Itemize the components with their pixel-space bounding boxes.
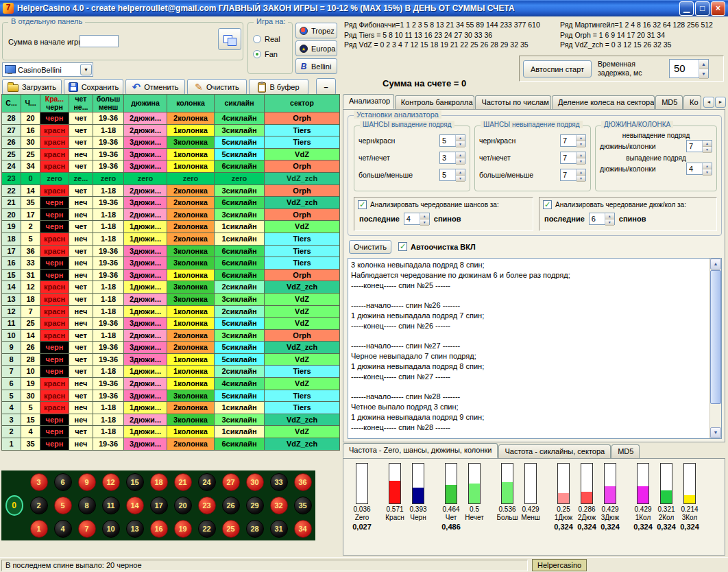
spin-down-icon[interactable]: ▼ [456,158,465,165]
tab-scroll-left-button[interactable]: ◄ [703,97,714,108]
spin-up-icon[interactable]: ▲ [699,60,708,69]
table-row[interactable]: 185красннеч1-181дюжи...2колонка1сиклайнT… [2,233,340,246]
board-number[interactable]: 1 [30,520,48,538]
start-sum-input[interactable] [80,35,119,47]
detach-panel-button[interactable] [218,28,241,50]
dozen-miss-spinner[interactable]: 7▲▼ [686,140,712,152]
spin-up-icon[interactable]: ▲ [577,152,585,158]
board-number[interactable]: 34 [294,520,312,538]
undo-button[interactable]: ↶Отменить [125,79,185,95]
table-row[interactable]: 135черннеч19-363дюжи...2колонка6сиклайнV… [2,438,340,451]
spin-down-icon[interactable]: ▼ [703,169,712,176]
table-row[interactable]: 2630краснчет19-363дюжи...3колонка5сиклай… [2,136,340,149]
table-row[interactable]: 1736краснчет19-363дюжи...3колонка6сиклай… [2,246,340,258]
hit-spinner-1[interactable]: 3▲▼ [439,152,465,164]
spin-up-icon[interactable]: ▲ [456,152,465,158]
spin-down-icon[interactable]: ▼ [577,141,585,147]
table-row[interactable]: 1412краснчет1-181дюжи...3колонка2сиклайн… [2,281,340,294]
board-number[interactable]: 19 [174,520,192,538]
close-button[interactable]: × [711,1,725,16]
spin-up-icon[interactable]: ▲ [605,213,614,219]
board-number[interactable]: 9 [78,473,96,491]
table-row[interactable]: 2214краснчет1-182дюжи...2колонка3сиклайн… [2,185,340,198]
board-number[interactable]: 22 [198,520,216,538]
spin-down-icon[interactable]: ▼ [420,219,429,226]
hit-spinner-0[interactable]: 5▲▼ [439,134,465,147]
miss-spinner-1[interactable]: 7▲▼ [560,152,586,164]
board-number[interactable]: 25 [222,520,240,538]
alt-chances-spinner[interactable]: 4▲▼ [404,213,430,225]
table-row[interactable]: 619красннеч19-362дюжи...1колонка4сиклайн… [2,378,340,390]
table-row[interactable]: 710чернчет1-181дюжи...1колонка2сиклайнTi… [2,366,340,378]
collapse-button[interactable]: – [316,78,336,95]
miss-spinner-2[interactable]: 7▲▼ [560,169,586,181]
board-number[interactable]: 30 [246,473,264,491]
table-row[interactable]: 24чернчет1-181дюжи...1колонка1сиклайнVdZ [2,426,340,438]
bellini-button[interactable]: BBellini [295,58,337,74]
board-number[interactable]: 10 [102,520,120,538]
board-number[interactable]: 23 [198,497,216,514]
board-number[interactable]: 17 [150,497,168,514]
table-row[interactable]: 530краснчет19-363дюжи...3колонка5сиклайн… [2,390,340,403]
table-row[interactable]: 230zeroze...zerozerozerozeroVdZ_zch [2,173,340,185]
table-row[interactable]: 1318краснчет1-182дюжи...3колонка3сиклайн… [2,294,340,306]
table-row[interactable]: 2525красннеч19-363дюжи...1колонка5сиклай… [2,149,340,161]
board-number[interactable]: 14 [126,497,144,514]
tab-freq-sectors[interactable]: Частота - сиклайны, сектора [498,444,611,458]
table-row[interactable]: 1531черннеч19-363дюжи...1колонка6сиклайн… [2,270,340,282]
maximize-button[interactable]: □ [695,1,709,16]
spin-down-icon[interactable]: ▼ [605,219,614,226]
board-number[interactable]: 16 [150,520,168,538]
board-number[interactable]: 27 [222,473,240,491]
autospin-start-button[interactable]: Автоспин старт [523,60,592,78]
table-row[interactable]: 2017черннеч1-182дюжи...2колонка3сиклайнO… [2,209,340,222]
autoclear-checkbox[interactable]: ✓ [398,242,407,251]
board-number[interactable]: 31 [270,520,288,538]
table-row[interactable]: 828чернчет19-363дюжи...1колонка5сиклайнV… [2,354,340,366]
board-number[interactable]: 20 [174,497,192,514]
radio-real[interactable]: Real [253,35,280,43]
alt-dozens-checkbox[interactable]: ✓ [543,200,552,209]
board-number[interactable]: 8 [78,497,96,514]
spin-up-icon[interactable]: ▲ [577,169,585,176]
scrollbar-thumb[interactable] [710,270,721,404]
spin-down-icon[interactable]: ▼ [577,176,585,182]
spin-down-icon[interactable]: ▼ [703,147,712,153]
tab-md5[interactable]: MD5 [655,95,683,109]
spin-up-icon[interactable]: ▲ [703,141,712,147]
clear-button[interactable]: ✎Очистить [187,79,247,95]
board-zero[interactable]: 0 [5,495,23,516]
table-row[interactable]: 127красннеч1-181дюжи...1колонка2сиклайнV… [2,306,340,318]
table-row[interactable]: 192чернчет1-181дюжи...2колонка1сиклайнVd… [2,221,340,233]
scroll-up-icon[interactable]: ▲ [710,259,721,270]
tab-scroll-right-button[interactable]: ► [715,97,726,108]
analyzer-log[interactable]: 3 колонка невыпадала подряд 8 спин;Наблю… [348,258,722,439]
tab-freq-main[interactable]: Частота - Zero, шансы, дюжины, колонки [343,443,498,458]
tab-analyzer[interactable]: Анализатор [343,94,394,109]
board-number[interactable]: 33 [270,473,288,491]
table-row[interactable]: 315черннеч1-182дюжи...3колонка3сиклайнVd… [2,414,340,427]
alt-chances-checkbox[interactable]: ✓ [358,200,367,209]
delay-spinner[interactable]: 50▲▼ [669,59,709,78]
tropez-button[interactable]: Tropez [295,23,337,38]
table-row[interactable]: 2716краснчет1-182дюжи...1колонка3сиклайн… [2,125,340,137]
load-button[interactable]: Загрузить [2,79,62,95]
tab-frequencies[interactable]: Частоты по числам [475,95,551,109]
board-number[interactable]: 15 [126,473,144,491]
spin-up-icon[interactable]: ▲ [456,135,465,141]
radio-fan[interactable]: Fan [253,50,280,58]
board-number[interactable]: 35 [294,497,312,514]
tab-bankroll[interactable]: Контроль банкролла [395,95,475,109]
board-number[interactable]: 28 [246,520,264,538]
table-row[interactable]: 2820чернчет19-362дюжи...2колонка4сиклайн… [2,112,340,125]
table-row[interactable]: 926чернчет19-363дюжи...2колонка5сиклайнV… [2,342,340,354]
table-row[interactable]: 1125красннеч19-363дюжи...1колонка5сиклай… [2,318,340,330]
board-number[interactable]: 26 [222,497,240,514]
dozen-hit-spinner[interactable]: 4▲▼ [686,163,712,175]
table-row[interactable]: 1633черннеч19-363дюжи...3колонка6сиклайн… [2,257,340,270]
spin-up-icon[interactable]: ▲ [703,163,712,169]
board-number[interactable]: 3 [30,473,48,491]
spin-up-icon[interactable]: ▲ [420,213,429,219]
tab-freq-md5[interactable]: MD5 [611,444,640,458]
title-bar[interactable]: 7 HelperCasino 4.0 - create helperroulle… [0,0,728,16]
